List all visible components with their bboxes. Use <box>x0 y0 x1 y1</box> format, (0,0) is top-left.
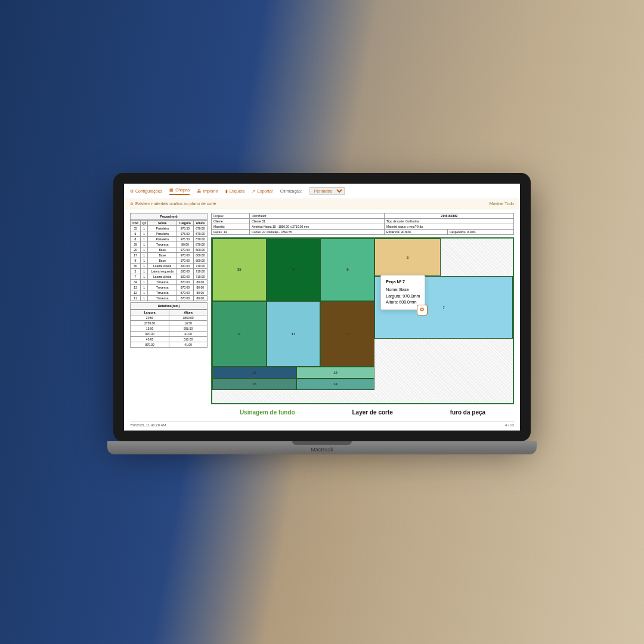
table-row[interactable]: 91Base970.00600.00 <box>131 258 208 264</box>
col-header: Largura <box>131 310 169 315</box>
toolbar: Configurações Chapas Imprimir Etiqueta E… <box>124 184 520 199</box>
table-row[interactable]: 121Travessa870.0080.00 <box>131 290 208 296</box>
piece[interactable]: 13 <box>212 379 296 390</box>
app-screen: Configurações Chapas Imprimir Etiqueta E… <box>124 184 520 431</box>
col-header: Largura <box>177 221 193 226</box>
menu-imprimir[interactable]: Imprimir <box>197 189 218 193</box>
piece[interactable]: 14 <box>296 379 374 390</box>
anno-layer: Layer de corte <box>352 409 392 416</box>
col-header: Nome <box>148 221 177 226</box>
timestamp: 7/9/2020, 11:46:28 AM <box>130 423 166 427</box>
table-row[interactable]: 20.501850.00 <box>131 315 208 321</box>
piece[interactable]: 1 <box>320 301 374 367</box>
warning-icon: ⊘ <box>130 202 134 206</box>
table-row[interactable]: 131Travessa870.0080.00 <box>131 285 208 290</box>
table-row[interactable]: 351Prateleira976.50870.00 <box>131 226 208 231</box>
piece[interactable]: 9 <box>212 301 267 367</box>
piece[interactable]: 17 <box>267 301 321 367</box>
table-row[interactable]: 51Lateral esquerda600.00710.00 <box>131 269 208 274</box>
export-icon <box>252 189 255 194</box>
table-row[interactable]: 81Prateleira976.50870.00 <box>131 237 208 242</box>
table-row[interactable]: 40.00510.00 <box>131 337 208 342</box>
info-table: Projeto:Otimizador2146162309 Cliente:Cli… <box>211 213 514 235</box>
col-header: Cod <box>131 221 141 226</box>
table-row[interactable]: 301Lateral direita600.00710.00 <box>131 264 208 269</box>
table-row[interactable]: 15.00596.50 <box>131 326 208 332</box>
piece-tooltip: Peça Nº 7 Nome: Base Largura: 970.0mm Al… <box>380 275 425 310</box>
page-counter: 4 / 12 <box>505 423 514 427</box>
table-row[interactable]: 171Base970.00600.00 <box>131 253 208 258</box>
anno-usinagem: Usinagem de fundo <box>240 409 295 416</box>
table-row[interactable]: 71Lateral direita600.00710.00 <box>131 274 208 280</box>
table-row[interactable]: 111Travessa870.0080.00 <box>131 296 208 301</box>
piece[interactable]: 35 <box>212 239 267 301</box>
table-row[interactable]: 201Base970.00600.00 <box>131 247 208 253</box>
table-row[interactable]: 391Travessa80.00870.00 <box>131 242 208 247</box>
table-row[interactable]: 341Travessa870.0080.00 <box>131 280 208 285</box>
show-all-link[interactable]: Mostrar Tudo <box>490 202 514 206</box>
piece[interactable]: 5 <box>374 239 441 276</box>
table-row[interactable]: 870.0041.00 <box>131 342 208 348</box>
print-icon <box>197 189 201 193</box>
menu-chapas[interactable]: Chapas <box>169 188 190 195</box>
menu-config[interactable]: Configurações <box>130 189 162 194</box>
sheets-icon <box>169 188 174 193</box>
piece[interactable]: 8 <box>320 239 374 301</box>
piece[interactable]: 12 <box>296 367 374 378</box>
table-row[interactable]: 61Prateleira976.50870.00 <box>131 231 208 237</box>
piece[interactable]: 6 <box>267 239 321 301</box>
tooltip-action-icon[interactable]: ✿ <box>417 305 428 315</box>
gear-icon <box>130 189 134 194</box>
warning-text: Existem materiais ocultos no plano de co… <box>135 202 216 206</box>
col-header: Qt <box>141 221 148 226</box>
anno-furo: furo da peça <box>450 409 485 416</box>
tag-icon <box>225 189 228 194</box>
retalhos-table: LarguraAltura 20.501850.002705.0016.5015… <box>130 309 208 348</box>
otim-select[interactable]: Perímetro <box>309 187 345 195</box>
retalhos-title: Retalhos(mm) <box>130 302 208 309</box>
footer: 7/9/2020, 11:46:28 AM 4 / 12 <box>130 421 514 427</box>
menu-exportar[interactable]: Exportar <box>252 189 273 194</box>
warning-bar: ⊘Existem materiais ocultos no plano de c… <box>124 199 520 209</box>
annotations: Usinagem de fundo Layer de corte furo da… <box>211 409 514 416</box>
screen-frame: Configurações Chapas Imprimir Etiqueta E… <box>113 173 531 441</box>
menu-etiqueta[interactable]: Etiqueta <box>225 189 245 194</box>
col-header: Altura <box>169 310 208 315</box>
pecas-table: CodQtNomeLarguraAltura 351Prateleira976.… <box>130 220 208 301</box>
laptop-mockup: Configurações Chapas Imprimir Etiqueta E… <box>107 173 537 471</box>
cut-plan[interactable]: 35 6 8 5 7 9 17 1 11 13 12 14 Peça Nº 7 <box>211 237 514 404</box>
laptop-base: MacBook <box>107 441 537 454</box>
otim-label: Otimização: <box>280 189 302 193</box>
table-row[interactable]: 970.0041.00 <box>131 332 208 337</box>
pecas-title: Peças(mm) <box>130 213 208 220</box>
table-row[interactable]: 2705.0016.50 <box>131 321 208 326</box>
col-header: Altura <box>193 221 207 226</box>
piece[interactable]: 11 <box>212 367 296 378</box>
